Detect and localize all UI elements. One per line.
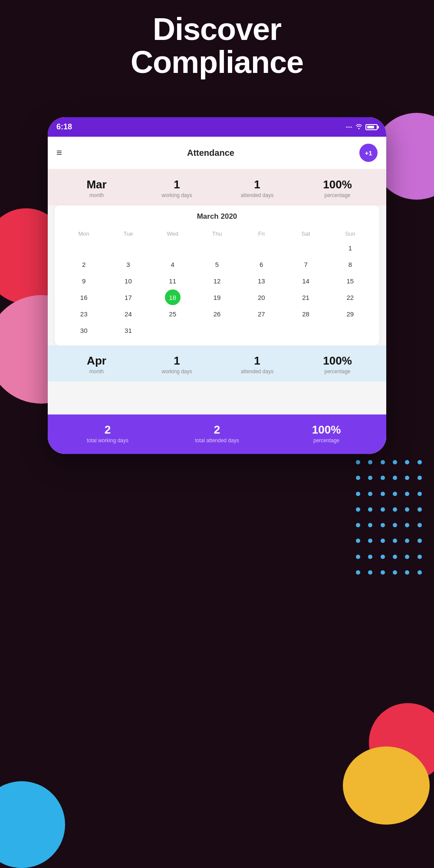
mar-attended-days-item: 1 attended days [219, 178, 296, 198]
app-header: ≡ Attendance +1 [48, 137, 386, 169]
calendar-day-cell[interactable]: 31 [125, 322, 132, 339]
app-title: Attendance [187, 148, 234, 158]
calendar-container: March 2020 MonTueWedThuFriSatSun12345678… [55, 205, 379, 345]
dot [381, 492, 385, 496]
calendar-day-cell[interactable]: 15 [347, 273, 354, 289]
calendar-day-cell[interactable]: 13 [258, 273, 265, 289]
status-bar: 6:18 ···· [48, 117, 386, 137]
dot [405, 539, 409, 543]
dot [381, 555, 385, 559]
apr-attended-days-label: attended days [219, 368, 296, 375]
calendar-day-cell[interactable]: 25 [169, 306, 176, 322]
mar-working-days-value: 1 [138, 178, 215, 191]
dot [405, 570, 409, 575]
calendar-day-cell[interactable]: 3 [126, 256, 130, 273]
apr-percentage-item: 100% percentage [299, 354, 376, 375]
calendar-title: March 2020 [62, 212, 372, 221]
calendar-day-cell[interactable]: 29 [347, 306, 354, 322]
calendar-day-cell[interactable]: 18 [165, 289, 181, 305]
dot [393, 460, 397, 464]
calendar-day-cell[interactable]: 5 [215, 256, 219, 273]
status-time: 6:18 [56, 122, 72, 132]
footer-working-days-label: total working days [55, 437, 161, 444]
dot [356, 507, 360, 512]
calendar-day-header: Sun [328, 228, 372, 240]
footer-percentage-value: 100% [273, 423, 379, 437]
mar-attended-days-value: 1 [219, 178, 296, 191]
mar-percentage-item: 100% percentage [299, 178, 376, 198]
dot [393, 555, 397, 559]
content-area: Mar month 1 working days 1 attended days… [48, 169, 386, 414]
signal-dots-icon: ···· [345, 124, 352, 131]
dot [418, 507, 422, 512]
mar-working-days-item: 1 working days [138, 178, 215, 198]
phone-mockup: 6:18 ···· ≡ Attendance +1 Mar [48, 117, 386, 454]
dot [393, 570, 397, 575]
mar-month-label: month [58, 192, 135, 198]
calendar-day-cell[interactable]: 21 [302, 289, 309, 306]
calendar-day-cell[interactable]: 30 [80, 322, 88, 339]
wifi-icon [355, 123, 363, 131]
calendar-day-cell[interactable]: 4 [171, 256, 174, 273]
dot [405, 476, 409, 480]
calendar-day-cell[interactable]: 10 [125, 273, 132, 289]
footer-attended-days-label: total attended days [164, 437, 270, 444]
dot [405, 460, 409, 464]
calendar-day-cell[interactable]: 9 [82, 273, 85, 289]
calendar-day-cell[interactable]: 26 [214, 306, 221, 322]
header-text: Discover Compliance [0, 13, 434, 79]
dot [405, 523, 409, 527]
dot [381, 507, 385, 512]
calendar-day-cell[interactable]: 28 [302, 306, 309, 322]
calendar-grid: MonTueWedThuFriSatSun1234567891011121314… [62, 228, 372, 339]
calendar-day-cell[interactable]: 17 [125, 289, 132, 306]
calendar-day-cell[interactable]: 20 [258, 289, 265, 306]
dot [356, 460, 360, 464]
apr-attended-days-item: 1 attended days [219, 354, 296, 375]
calendar-day-cell[interactable]: 6 [260, 256, 263, 273]
dot [381, 460, 385, 464]
calendar-day-cell[interactable]: 7 [304, 256, 307, 273]
footer-working-days-item: 2 total working days [55, 423, 161, 444]
dot [381, 570, 385, 575]
apr-month-summary: Apr month 1 working days 1 attended days… [48, 345, 386, 381]
dot [381, 539, 385, 543]
footer-summary-bar: 2 total working days 2 total attended da… [48, 414, 386, 454]
mar-working-days-label: working days [138, 192, 215, 198]
calendar-day-cell[interactable]: 14 [302, 273, 309, 289]
mar-percentage-label: percentage [299, 192, 376, 198]
dot [393, 523, 397, 527]
mar-percentage-value: 100% [299, 178, 376, 191]
plus-badge-button[interactable]: +1 [359, 144, 378, 162]
calendar-day-header: Fri [239, 228, 283, 240]
apr-month-value: Apr [58, 354, 135, 368]
hamburger-menu-icon[interactable]: ≡ [56, 147, 62, 158]
dot [418, 460, 422, 464]
apr-attended-days-value: 1 [219, 354, 296, 368]
dot [393, 507, 397, 512]
footer-percentage-item: 100% percentage [273, 423, 379, 444]
header-line1: Discover [0, 13, 434, 46]
dot [405, 507, 409, 512]
dot [368, 460, 372, 464]
dot [368, 476, 372, 480]
apr-section: Apr month 1 working days 1 attended days… [48, 345, 386, 388]
dot [368, 507, 372, 512]
calendar-day-cell[interactable]: 16 [80, 289, 88, 306]
calendar-day-cell[interactable]: 19 [214, 289, 221, 306]
calendar-day-cell[interactable]: 27 [258, 306, 265, 322]
calendar-day-cell[interactable]: 2 [82, 256, 85, 273]
calendar-day-cell[interactable]: 12 [214, 273, 221, 289]
calendar-day-cell[interactable]: 24 [125, 306, 132, 322]
calendar-day-cell[interactable]: 22 [347, 289, 354, 306]
status-icons: ···· [345, 123, 378, 131]
bg-circle-yellow-bottom [343, 746, 430, 825]
calendar-day-cell[interactable]: 23 [80, 306, 88, 322]
apr-working-days-value: 1 [138, 354, 215, 368]
calendar-day-cell[interactable]: 11 [169, 273, 176, 289]
dot [418, 539, 422, 543]
mar-month-item: Mar month [58, 178, 135, 198]
calendar-day-cell[interactable]: 1 [349, 240, 352, 256]
calendar-day-header: Thu [195, 228, 239, 240]
calendar-day-cell[interactable]: 8 [349, 256, 352, 273]
